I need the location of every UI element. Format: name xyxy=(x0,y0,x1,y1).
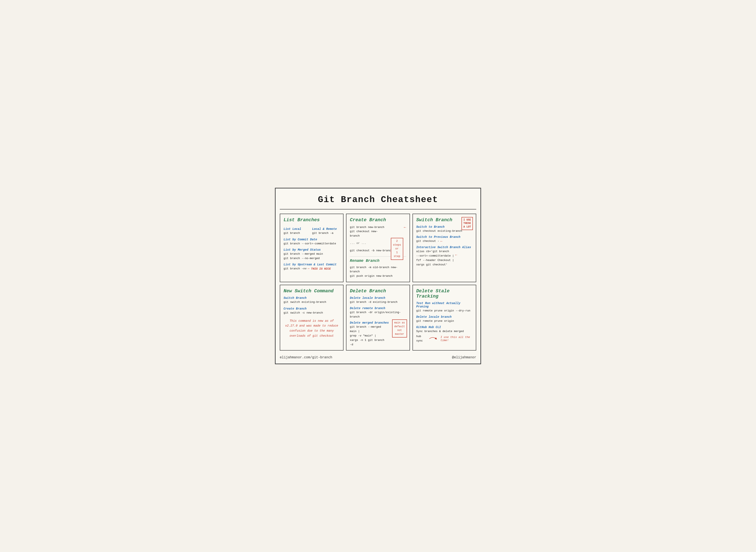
stale-local-cmd: git remote prune origin xyxy=(416,319,473,323)
alias-cmd4: xargs git checkout' xyxy=(416,263,454,267)
hub-sync-arrow-icon xyxy=(428,337,437,341)
delete-branch-title: Delete Branch xyxy=(350,288,406,294)
create-step2: git checkout new-branch xyxy=(350,230,387,238)
steps-box-text: 2 stepsor1 step xyxy=(393,240,401,258)
upstream-cmd: git branch -vv xyxy=(283,267,306,271)
create-step1: git branch new-branch xyxy=(350,225,387,230)
page-title: Git Branch Cheatsheet xyxy=(280,195,476,205)
prev-cmd: git checkout - xyxy=(416,239,439,244)
card-list-branches: List Branches List Local git branch Loca… xyxy=(280,214,344,282)
remote-cmd: git branch -a xyxy=(312,231,340,236)
i-use-text: I USETHESEA LOT xyxy=(464,219,471,229)
title-section: Git Branch Cheatsheet xyxy=(280,192,476,210)
i-use-badge: I USETHESEA LOT xyxy=(462,217,473,230)
delete-local-label: Delete locale branch xyxy=(350,296,406,300)
create-branch-label: Create Branch xyxy=(283,307,340,310)
merged-cmd1: git branch --merged main | xyxy=(350,325,385,334)
local-remote-row: List Local git branch Local & Remote git… xyxy=(283,225,340,236)
delete-remote-label: Delete remote branch xyxy=(350,307,406,310)
list-branches-title: List Branches xyxy=(283,218,340,223)
new-switch-title: New Switch Command xyxy=(283,288,340,294)
upstream-note: THIS IS NICE xyxy=(311,267,331,270)
cards-grid: List Branches List Local git branch Loca… xyxy=(280,214,476,351)
arrow-left-icon: ← xyxy=(308,267,310,271)
prev-cmd-row: git checkout - ← xyxy=(416,239,473,244)
sync-desc: Sync branches & delete merged xyxy=(416,329,473,334)
create-cmd: git switch -c new-branch xyxy=(283,311,340,315)
commit-date-cmd: git branch --sort=-committerdate xyxy=(283,242,340,246)
arrow-prev-icon: ← xyxy=(440,240,443,243)
new-switch-note: This command is new as of v2.27.0 and wa… xyxy=(283,318,340,338)
local-label: List Local xyxy=(283,227,311,231)
merged-cmd2: git branch --no-merged xyxy=(283,256,340,261)
footer: elijahmanor.com/git-branch @elijahmanor xyxy=(280,354,476,360)
hub-sync-note: I use this all the time! xyxy=(440,335,473,342)
card-switch-branch: I USETHESEA LOT Switch Branch Switch to … xyxy=(412,214,476,282)
steps-box: 2 stepsor1 step xyxy=(391,238,403,260)
merged-cmd2: grep -v "main" | xyxy=(350,334,385,338)
hub-sync-row: hub sync I use this all the time! xyxy=(416,334,473,343)
delete-local-cmd: git branch -d existing-branch xyxy=(350,300,406,304)
local-cmd: git branch xyxy=(283,231,311,236)
merged-label: List by Merged Status xyxy=(283,248,340,252)
github-label: GitHub Hub CLI xyxy=(416,325,473,329)
merged-cmd1: git branch --merged main xyxy=(283,252,340,256)
delete-stale-title: Delete Stale Tracking xyxy=(416,288,473,299)
alias-cmd1: alias cb='git branch xyxy=(416,249,454,254)
card-create-branch: Create Branch git branch new-branch git … xyxy=(346,214,410,282)
switch-cmd: git switch existing-branch xyxy=(283,300,340,304)
delete-remote-cmd: git branch -dr origin/existing-branch xyxy=(350,310,406,319)
footer-left: elijahmanor.com/git-branch xyxy=(280,356,332,360)
card-new-switch: New Switch Command Switch Branch git swi… xyxy=(280,285,344,351)
rename-cmd2: git push origin new-branch xyxy=(350,274,406,278)
page: Git Branch Cheatsheet List Branches List… xyxy=(275,188,481,365)
dryrun-label: Test Run without Actually Pruning xyxy=(416,301,473,308)
alias-label: Interactive Switch Branch Alias xyxy=(416,246,473,249)
card-delete-stale: Delete Stale Tracking Test Run without A… xyxy=(412,285,476,351)
upstream-row: git branch -vv ← THIS IS NICE xyxy=(283,267,340,271)
alias-cmd2: --sort=-committerdate | xyxy=(416,254,454,258)
commit-date-label: List by Commit Date xyxy=(283,238,340,241)
remote-label: Local & Remote xyxy=(312,227,340,231)
upstream-label: List by Upstream & Last Commit xyxy=(283,263,340,266)
dryrun-cmd: git remote prune origin --dry-run xyxy=(416,309,473,313)
card-delete-branch: Delete Branch Delete locale branch git b… xyxy=(346,285,410,351)
merged-cmd3: xargs -n 1 git branch -d xyxy=(350,338,385,347)
main-default-box: main asdefaultnotmaster xyxy=(392,319,407,337)
switch-branch-label: Switch Branch xyxy=(283,296,340,300)
create-branch-title: Create Branch xyxy=(350,218,406,223)
footer-right: @elijahmanor xyxy=(452,356,476,360)
alias-cmd3: fzf --header Checkout | xyxy=(416,258,454,263)
arrow-alias-icon: ← xyxy=(455,253,457,257)
rename-cmd1: git branch -m old-branch new-branch xyxy=(350,265,406,274)
stale-local-label: Delete locale branch xyxy=(416,315,473,318)
arrow-to-steps-icon: ← xyxy=(404,225,406,230)
main-default-text: main asdefaultnotmaster xyxy=(394,321,405,335)
prev-label: Switch to Previous Branch xyxy=(416,235,473,239)
sync-cmd: hub sync xyxy=(416,334,427,343)
